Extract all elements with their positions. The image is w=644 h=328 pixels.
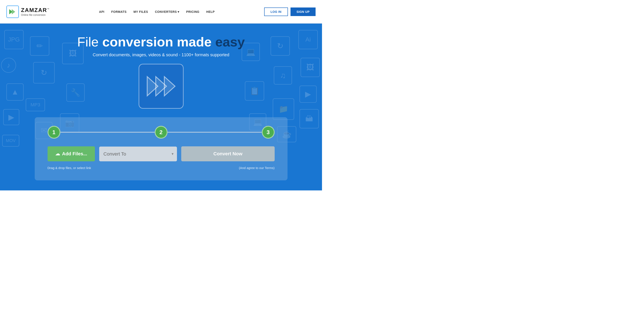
logo-icon — [6, 5, 19, 18]
nav-myfiles[interactable]: MY FILES — [134, 10, 148, 13]
doodle-play2: ▶ — [300, 86, 317, 103]
hero-center-logo — [138, 64, 184, 109]
doodle-landscape: 🏔 — [300, 109, 319, 128]
hero-title: File conversion made easy — [77, 34, 245, 49]
converter-actions: ☁ Add Files... Convert To MP4 MP3 PDF JP… — [48, 146, 275, 161]
doodle-triangle: ▲ — [6, 83, 24, 101]
doodle-files2: 📋 — [245, 81, 264, 101]
convert-to-wrapper: Convert To MP4 MP3 PDF JPG PNG DOC ▾ — [99, 147, 177, 161]
step-3: 3 — [262, 126, 275, 139]
doodle-music: ♪ — [1, 58, 16, 73]
convert-now-button[interactable]: Convert Now — [181, 146, 274, 161]
helper-left: Drag & drop files, or select link — [48, 166, 91, 170]
nav-pricing[interactable]: PRICING — [186, 10, 200, 13]
steps-bar: 1 2 3 — [48, 126, 275, 139]
upload-icon: ☁ — [55, 151, 60, 157]
doodle-pen: ✏ — [30, 36, 49, 56]
doodle-jpg: JPG — [4, 30, 24, 49]
nav-actions: LOG IN SIGN UP — [264, 7, 316, 16]
hero-subtitle: Convert documents, images, videos & soun… — [93, 52, 230, 57]
doodle-music2: ♫ — [274, 66, 292, 85]
nav-converters[interactable]: CONVERTERS ▾ — [155, 10, 179, 13]
navbar: ZAMZAR™ Online file conversion API FORMA… — [0, 0, 322, 23]
svg-marker-7 — [164, 77, 175, 96]
logo-area: ZAMZAR™ Online file conversion — [6, 5, 50, 18]
signup-button[interactable]: SIGN UP — [290, 7, 316, 16]
helper-row: Drag & drop files, or select link (And a… — [48, 164, 275, 170]
logo-subtitle: Online file conversion — [21, 13, 50, 16]
doodle-refresh2: ↻ — [270, 36, 290, 56]
doodle-image2: 🖼 — [300, 58, 320, 77]
helper-right: (And agree to our Terms) — [239, 166, 274, 170]
hero-section: JPG ♪ ▲ ▶ MOV ✏ ↻ MP3 ✉ 🖼 🔧 📷 Ai 🖼 ▶ 🏔 ↻… — [0, 23, 322, 190]
doodle-mp3: MP3 — [26, 98, 45, 111]
doodle-play: ▶ — [3, 109, 19, 125]
doodle-refresh: ↻ — [33, 62, 55, 83]
nav-help[interactable]: HELP — [206, 10, 215, 13]
nav-links: API FORMATS MY FILES CONVERTERS ▾ PRICIN… — [99, 10, 215, 13]
step-line-1 — [60, 132, 155, 133]
converter-box: 1 2 3 ☁ Add Files... Convert To MP4 MP3 … — [35, 117, 288, 180]
convert-to-select[interactable]: Convert To MP4 MP3 PDF JPG PNG DOC — [99, 147, 177, 161]
chevron-down-icon: ▾ — [178, 10, 179, 13]
step-2: 2 — [155, 126, 168, 139]
doodle-wrench: 🔧 — [66, 83, 84, 102]
doodle-ai: Ai — [298, 30, 318, 49]
nav-api[interactable]: API — [99, 10, 104, 13]
logo-name: ZAMZAR™ — [21, 7, 50, 13]
add-files-button[interactable]: ☁ Add Files... — [48, 146, 95, 161]
svg-marker-1 — [12, 9, 15, 14]
doodle-files: 📁 — [273, 98, 294, 120]
login-button[interactable]: LOG IN — [264, 7, 288, 16]
step-1: 1 — [48, 126, 60, 139]
step-line-2 — [168, 132, 262, 133]
doodle-mov: MOV — [2, 135, 19, 147]
nav-formats[interactable]: FORMATS — [111, 10, 126, 13]
logo-text: ZAMZAR™ Online file conversion — [21, 7, 50, 16]
add-files-label: Add Files... — [62, 151, 87, 157]
